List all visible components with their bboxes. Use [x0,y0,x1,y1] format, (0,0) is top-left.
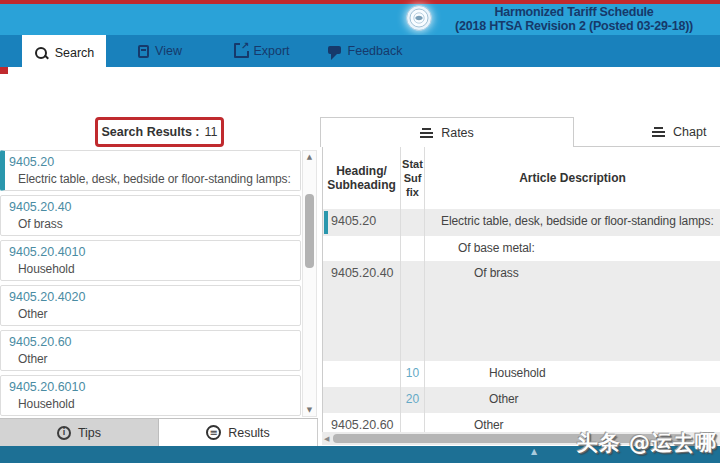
result-item[interactable]: 9405.20.40Of brass [0,195,301,236]
rates-table-row: 9405.20Electric table, desk, bedside or … [323,209,720,236]
result-code: 9405.20.6010 [9,379,292,396]
search-results-list: 9405.20Electric table, desk, bedside or … [0,150,301,418]
heading-cell [323,236,401,261]
toutiao-watermark: 头条 @运去哪 [577,429,717,457]
list-lines-icon [420,128,433,138]
tab-chapter-notes-label: Chapt [673,125,706,139]
left-scrollbar-thumb[interactable] [305,194,314,268]
stat-suffix-cell[interactable]: 20 [401,387,425,413]
result-item[interactable]: 9405.20.6010Household [0,375,301,416]
export-icon [234,45,247,58]
tab-view-label: View [155,44,182,58]
tab-tips-label: Tips [78,426,101,440]
tab-export-label: Export [253,44,289,58]
usitc-seal-logo [406,5,432,31]
result-code: 9405.20.60 [9,334,292,351]
heading-header-line2: Subheading [327,178,396,192]
list-lines-icon [652,127,665,137]
description-cell: Electric table, desk, bedside or floor-s… [425,209,720,236]
feedback-icon [328,45,342,58]
result-code: 9405.20 [9,154,292,171]
left-panel-tabs: Tips Results [0,418,318,446]
tab-results-label: Results [228,426,270,440]
description-cell: Household [425,361,720,387]
hts-app: Harmonized Tariff Schedule (2018 HTSA Re… [0,0,720,463]
info-icon [57,426,71,440]
suffix-header-line1: Stat [402,157,423,171]
left-scrollbar[interactable]: ▲ ▼ [302,150,317,417]
result-code: 9405.20.40 [9,199,292,216]
rates-table-row: 9405.20.40Of brass [323,261,720,361]
heading-header-line1: Heading/ [336,164,387,178]
heading-column-header: Heading/ Subheading [323,147,401,209]
tab-rates-label: Rates [441,126,474,140]
search-results-annotation-box: Search Results : 11 [95,117,224,147]
description-header-label: Article Description [519,171,626,185]
rates-table-row: 10Household [323,361,720,387]
heading-cell [323,387,401,413]
result-code: 9405.20.4020 [9,289,292,306]
heading-cell: 9405.20.40 [323,261,401,361]
app-title: Harmonized Tariff Schedule (2018 HTSA Re… [430,5,718,33]
suffix-header-line2: Suf [404,171,422,185]
suffix-header-line3: fix [406,185,419,199]
tab-search-label: Search [55,46,95,60]
stat-suffix-cell [401,236,425,261]
app-title-line2: (2018 HTSA Revision 2 (Posted 03-29-18)) [430,19,718,33]
stat-suffix-cell[interactable]: 10 [401,361,425,387]
app-title-line1: Harmonized Tariff Schedule [430,5,718,19]
result-item[interactable]: 9405.20.4010Household [0,240,301,281]
rates-table-row: 20Other [323,387,720,413]
description-column-header: Article Description [425,147,720,209]
result-item[interactable]: 9405.20.60Other [0,330,301,371]
description-cell: Of brass [425,261,720,361]
tab-export[interactable]: Export [216,35,308,67]
stat-suffix-cell [401,261,425,361]
heading-cell [323,361,401,387]
heading-cell: 9405.20 [323,209,401,236]
tab-rates[interactable]: Rates [320,117,574,147]
stat-suffix-cell [401,413,425,432]
result-item[interactable]: 9405.20Electric table, desk, bedside or … [0,150,301,191]
tab-view[interactable]: View [118,35,202,67]
result-description: Of brass [9,216,292,233]
rates-table: Heading/ Subheading Stat Suf fix Article… [322,147,720,432]
scroll-down-arrow-icon[interactable]: ▼ [303,405,316,415]
scroll-up-arrow-icon[interactable]: ▲ [303,152,316,162]
search-results-label: Search Results : [102,125,200,139]
circle-list-icon [206,425,221,440]
description-cell: Other [425,387,720,413]
scroll-left-arrow-icon[interactable]: ◀ [324,435,329,443]
result-description: Household [9,261,292,278]
stat-suffix-column-header: Stat Suf fix [401,147,425,209]
result-description: Other [9,306,292,323]
tab-search[interactable]: Search [22,35,106,71]
tab-tips[interactable]: Tips [0,419,159,446]
heading-cell: 9405.20.60 [323,413,401,432]
tab-results[interactable]: Results [159,419,318,446]
tab-chapter-notes[interactable]: Chapt [574,117,720,147]
tab-feedback[interactable]: Feedback [310,35,420,67]
result-code: 9405.20.4010 [9,244,292,261]
description-cell: Of base metal: [425,236,720,261]
result-description: Electric table, desk, bedside or floor-s… [9,171,292,188]
stat-suffix-cell [401,209,425,236]
search-results-count: 11 [204,125,217,139]
document-icon [138,45,149,58]
result-item[interactable]: 9405.20.4020Other [0,285,301,326]
rates-table-row: Of base metal: [323,236,720,261]
rates-table-header: Heading/ Subheading Stat Suf fix Article… [323,147,720,209]
result-description: Household [9,396,292,413]
footer-up-arrow-icon[interactable]: ▲ [531,447,537,456]
result-description: Other [9,351,292,368]
tab-feedback-label: Feedback [348,44,403,58]
search-icon [34,46,49,61]
rates-table-body: 9405.20Electric table, desk, bedside or … [323,209,720,432]
